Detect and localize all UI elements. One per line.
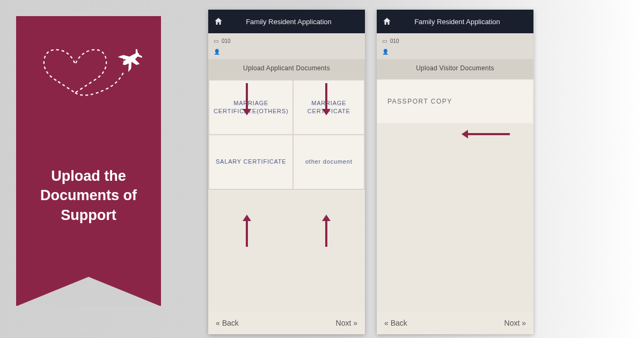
phone-screenshot-applicant: Family Resident Application ▭010 👤 Uploa…: [208, 10, 365, 334]
id-bar: ▭010 👤: [208, 33, 365, 59]
id-icon: ▭: [382, 38, 387, 44]
tile-other-document[interactable]: other document: [294, 135, 364, 189]
tile-salary-cert[interactable]: SALARY CERTIFICATE: [209, 135, 292, 189]
id-label: 010: [390, 38, 399, 44]
back-button[interactable]: « Back: [216, 319, 239, 327]
id-icon: ▭: [214, 38, 218, 44]
person-icon: 👤: [214, 49, 220, 55]
app-title: Family Resident Application: [229, 18, 360, 26]
home-icon[interactable]: [382, 17, 392, 26]
heart-plane-graphic: [32, 35, 145, 105]
footer-nav: « Back Noxt »: [208, 312, 365, 334]
id-bar: ▭010 👤: [377, 33, 533, 59]
ribbon-text: Upload the Documents of Support: [16, 166, 161, 225]
id-label: 010: [222, 38, 231, 44]
person-icon: 👤: [382, 49, 389, 55]
tile-marriage-cert[interactable]: MARRIAGE CERTIFICATE: [294, 80, 364, 134]
tile-marriage-cert-others[interactable]: MARRIAGE CERTIFICATE(OTHERS): [209, 80, 292, 134]
tile-passport-copy[interactable]: PASSPORT COPY: [378, 80, 532, 122]
footer-nav: « Back Noxt »: [377, 312, 533, 334]
app-header: Family Resident Application: [208, 10, 365, 33]
back-button[interactable]: « Back: [384, 319, 407, 327]
next-button[interactable]: Noxt »: [336, 319, 357, 327]
next-button[interactable]: Noxt »: [504, 319, 526, 327]
home-icon[interactable]: [214, 17, 223, 26]
section-heading: Upload Applicant Documents: [208, 59, 365, 79]
phone-screenshot-visitor: Family Resident Application ▭010 👤 Uploa…: [377, 10, 533, 334]
section-heading: Upload Visitor Documents: [377, 59, 533, 79]
content-area: [208, 190, 365, 312]
app-title: Family Resident Application: [397, 18, 528, 26]
content-area: [377, 123, 533, 312]
document-grid: MARRIAGE CERTIFICATE(OTHERS) MARRIAGE CE…: [208, 79, 365, 190]
app-header: Family Resident Application: [377, 10, 533, 33]
instruction-ribbon: Upload the Documents of Support: [16, 16, 161, 306]
